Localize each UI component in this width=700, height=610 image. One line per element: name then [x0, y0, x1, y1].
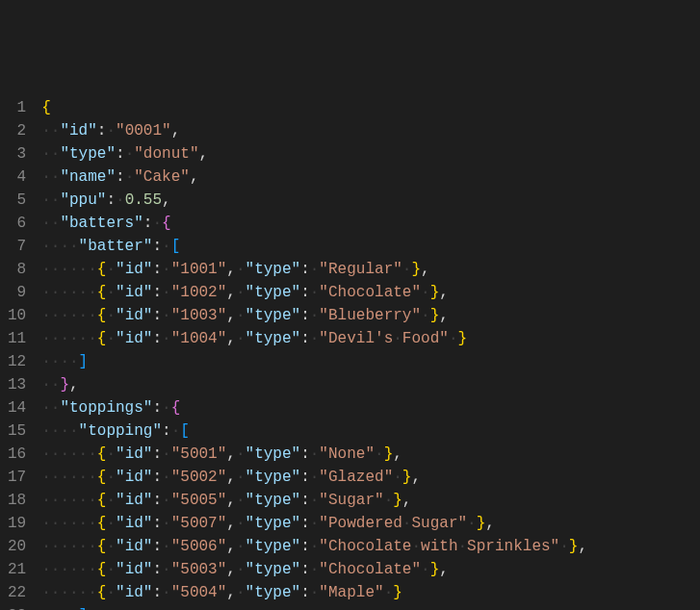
token-punc: ,	[439, 284, 449, 301]
code-line[interactable]: ······{·"id":·"1002",·"type":·"Chocolate…	[41, 281, 700, 304]
token-key: "id"	[116, 492, 152, 509]
indent-whitespace: ······	[41, 284, 97, 301]
token-ws: ·	[106, 445, 116, 463]
token-str: "Regular"	[319, 261, 402, 278]
code-line[interactable]: ······{·"id":·"5003",·"type":·"Chocolate…	[41, 558, 700, 581]
token-key: "type"	[246, 445, 301, 463]
code-editor[interactable]: 1234567891011121314151617181920212223242…	[0, 92, 700, 610]
token-punc: ,·	[226, 584, 245, 601]
code-line[interactable]: ······{·"id":·"1003",·"type":·"Blueberry…	[41, 304, 700, 327]
token-punc: :·	[152, 261, 170, 278]
token-key: "batters"	[60, 215, 143, 232]
indent-whitespace: ··	[41, 122, 60, 140]
token-str: "5002"	[171, 469, 227, 486]
token-punc: :·	[152, 330, 170, 347]
token-brace: {	[41, 99, 51, 116]
token-punc: ,	[578, 538, 587, 555]
token-punc: :·	[300, 492, 319, 509]
token-brace: {	[97, 330, 107, 347]
code-line[interactable]: ······{·"id":·"5006",·"type":·"Chocolate…	[41, 535, 700, 558]
token-punc: ,	[485, 515, 495, 532]
indent-whitespace: ······	[41, 584, 97, 601]
token-punc: ,·	[226, 492, 245, 509]
token-key: "id"	[116, 538, 152, 555]
token-key: "name"	[60, 168, 116, 186]
token-punc: :·	[300, 538, 319, 555]
token-key: "type"	[246, 469, 301, 486]
token-punc: ,	[411, 469, 421, 486]
token-punc: ,	[439, 561, 449, 578]
code-line[interactable]: ··"ppu":·0.55,	[41, 189, 700, 212]
token-str: "5007"	[171, 515, 227, 532]
token-brace: {	[97, 584, 107, 601]
token-key: "toppings"	[60, 399, 152, 417]
code-line[interactable]: ······{·"id":·"5001",·"type":·"None"·},	[41, 443, 700, 466]
token-brace2: {	[171, 399, 181, 417]
token-ws: ·	[449, 330, 458, 347]
token-key: "id"	[116, 307, 152, 324]
line-number: 15	[8, 419, 26, 443]
code-line[interactable]: ····]	[41, 350, 700, 373]
line-number: 12	[8, 350, 26, 373]
token-brace: {	[97, 469, 107, 486]
line-number: 14	[8, 396, 26, 419]
code-line[interactable]: ··"type":·"donut",	[41, 142, 700, 165]
token-ws: ·	[106, 515, 116, 532]
token-str: "5003"	[171, 561, 227, 578]
code-line[interactable]: ······{·"id":·"5007",·"type":·"Powdered·…	[41, 512, 700, 535]
indent-whitespace: ····	[41, 353, 78, 370]
code-line[interactable]: ··"name":·"Cake",	[41, 165, 700, 189]
code-line[interactable]: ······{·"id":·"5002",·"type":·"Glazed"·}…	[41, 466, 700, 489]
indent-whitespace: ······	[41, 561, 97, 578]
code-line[interactable]: ··"id":·"0001",	[41, 119, 700, 142]
token-brace3: [	[180, 422, 190, 440]
line-number: 6	[8, 212, 26, 235]
code-line[interactable]: ··"toppings":·{	[41, 396, 700, 419]
indent-whitespace: ····	[41, 238, 78, 255]
token-ws: ·	[402, 261, 412, 278]
token-punc: :·	[300, 284, 319, 301]
code-line[interactable]: ····"topping":·[	[41, 419, 700, 443]
code-line[interactable]: ······{·"id":·"1004",·"type":·"Devil's·F…	[41, 327, 700, 350]
token-punc: ,	[421, 261, 430, 278]
indent-whitespace: ······	[41, 261, 97, 278]
code-line[interactable]: {	[41, 96, 700, 119]
token-ws: ·	[106, 492, 116, 509]
token-brace: {	[97, 445, 107, 463]
code-line[interactable]: ··"batters":·{	[41, 212, 700, 235]
token-brace: {	[97, 261, 107, 278]
line-number: 17	[8, 466, 26, 489]
code-line[interactable]: ····]	[41, 604, 700, 610]
token-punc: :·	[152, 284, 170, 301]
token-key: "id"	[116, 515, 152, 532]
token-brace: }	[430, 561, 440, 578]
code-line[interactable]: ······{·"id":·"1001",·"type":·"Regular"·…	[41, 258, 700, 281]
code-line[interactable]: ··},	[41, 373, 700, 396]
token-str: "Blueberry"	[319, 307, 421, 324]
code-line[interactable]: ····"batter":·[	[41, 235, 700, 258]
token-punc: ,	[393, 445, 402, 463]
code-line[interactable]: ······{·"id":·"5005",·"type":·"Sugar"·},	[41, 489, 700, 512]
token-punc: ,·	[226, 561, 245, 578]
line-number: 8	[8, 258, 26, 281]
token-key: "id"	[116, 261, 152, 278]
line-number: 3	[8, 142, 26, 165]
token-key: "topping"	[79, 422, 162, 440]
token-brace: }	[402, 469, 412, 486]
token-punc: :·	[152, 307, 170, 324]
token-brace: }	[393, 492, 402, 509]
token-key: "type"	[246, 492, 301, 509]
token-ws: ·	[393, 469, 402, 486]
token-key: "batter"	[79, 238, 153, 255]
token-brace: {	[97, 284, 107, 301]
token-ws: ·	[467, 515, 477, 532]
code-line[interactable]: ······{·"id":·"5004",·"type":·"Maple"·}	[41, 581, 700, 604]
token-brace: }	[393, 584, 402, 601]
token-ws: ·	[106, 330, 116, 347]
code-area[interactable]: {··"id":·"0001",··"type":·"donut",··"nam…	[38, 92, 700, 610]
token-punc: :·	[152, 469, 170, 486]
line-number: 20	[8, 535, 26, 558]
indent-whitespace: ······	[41, 307, 97, 324]
token-key: "type"	[246, 584, 301, 601]
line-number: 1	[8, 96, 26, 119]
